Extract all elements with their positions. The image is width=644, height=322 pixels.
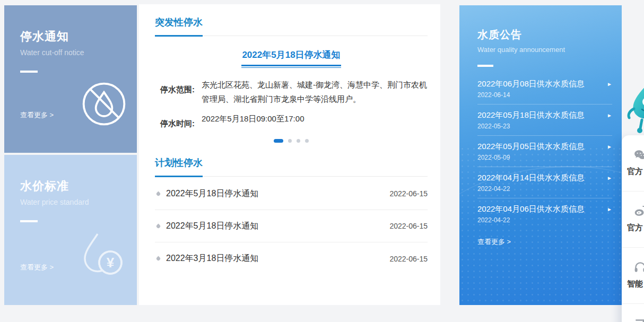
notice-fields: 停水范围: 东光北区花苑、龙山新薯、城建-御龙湾、海慧中学、荆门市农机管理局、湖… xyxy=(155,77,428,130)
smart-service-item[interactable]: 智能 xyxy=(622,248,644,304)
list-item-title: 2022年3月18日停水通知 xyxy=(166,253,389,264)
carousel-pagination xyxy=(155,139,428,143)
arrow-right-icon: ► xyxy=(607,81,612,87)
sudden-outage-section-title: 突发性停水 xyxy=(155,16,428,29)
list-item[interactable]: 2022年3月18日停水通知 2022-06-15 xyxy=(155,242,428,275)
outage-time-field: 停水时间: 2022年5月18日09:00至17:00 xyxy=(155,111,428,130)
list-item-title: 2022年04月06日供水水质信息 xyxy=(477,204,585,214)
outage-scope-field: 停水范围: 东光北区花苑、龙山新薯、城建-御龙湾、海慧中学、荆门市农机管理局、湖… xyxy=(155,77,428,106)
list-item-title: 2022年06月08日供水水质信息 xyxy=(477,79,585,89)
list-item-title: 2022年5月18日停水通知 xyxy=(166,221,389,232)
list-item-date: 2022-04-22 xyxy=(477,216,612,224)
water-quality-panel: 水质公告 Water quality announcement 2022年06月… xyxy=(459,5,622,305)
field-value: 东光北区花苑、龙山新薯、城建-御龙湾、海慧中学、荆门市农机管理局、湖北省荆门市龙… xyxy=(202,77,428,106)
quality-panel-title: 水质公告 xyxy=(477,28,622,42)
pagination-dot-3[interactable] xyxy=(297,139,300,143)
wechat-icon xyxy=(633,148,644,162)
list-item-title: 2022年5月18日停水通知 xyxy=(166,188,389,199)
notice-title-underline xyxy=(241,65,341,68)
water-drop-mascot xyxy=(626,80,644,142)
list-item-date: 2022-05-09 xyxy=(477,154,612,161)
outage-notice-title-link[interactable]: 2022年5月18日停水通知 xyxy=(155,49,428,61)
list-item-title: 2022年05月05日供水水质信息 xyxy=(477,142,585,152)
list-item[interactable]: 2022年06月08日供水水质信息 ► 2022-06-14 xyxy=(477,73,612,105)
weibo-icon xyxy=(633,204,644,218)
no-water-icon xyxy=(80,80,128,130)
planned-outage-section-title: 计划性停水 xyxy=(155,156,428,169)
arrow-right-icon: ► xyxy=(607,144,612,150)
water-price-icon: ¥ xyxy=(75,228,128,283)
quality-panel-subtitle: Water quality announcement xyxy=(477,46,622,54)
section-divider xyxy=(155,176,428,177)
list-item-date: 2022-06-15 xyxy=(389,255,428,263)
water-price-promo-card[interactable]: 水价标准 Water price standard 查看更多 > ¥ xyxy=(4,155,137,305)
field-value: 2022年5月18日09:00至17:00 xyxy=(202,111,428,130)
service-item-label: 官方 xyxy=(627,223,644,233)
list-item-title: 2022年05月18日供水水质信息 xyxy=(477,110,585,120)
official-weibo-item[interactable]: 官方 xyxy=(622,192,644,248)
service-item-label: 智能 xyxy=(627,279,644,289)
drop-bullet-icon xyxy=(156,191,161,196)
list-item[interactable]: 2022年04月06日供水水质信息 ► 2022-04-22 xyxy=(477,198,612,229)
arrow-right-icon: ► xyxy=(607,112,612,118)
headset-icon xyxy=(633,260,644,274)
list-item-date: 2022-05-23 xyxy=(477,123,612,130)
pagination-dot-1[interactable] xyxy=(274,139,283,143)
list-item-date: 2022-06-15 xyxy=(389,189,428,198)
list-item[interactable]: 2022年5月18日停水通知 2022-06-15 xyxy=(155,210,428,242)
view-more-link[interactable]: 查看更多 > xyxy=(20,263,54,272)
view-more-link[interactable]: 查看更多 > xyxy=(20,110,54,120)
official-wechat-item[interactable]: 官方 xyxy=(622,135,644,192)
arrow-right-icon: ► xyxy=(607,206,612,212)
list-item[interactable]: 2022年05月18日供水水质信息 ► 2022-05-23 xyxy=(477,105,612,136)
field-label: 停水时间: xyxy=(160,116,190,130)
field-label: 停水范围: xyxy=(160,82,190,106)
outage-main-card: 突发性停水 2022年5月18日停水通知 停水范围: 东光北区花苑、龙山新薯、城… xyxy=(139,4,440,305)
service-item-partial[interactable] xyxy=(622,304,644,322)
list-item-title: 2022年04月14日供水水质信息 xyxy=(477,173,585,183)
pagination-dot-2[interactable] xyxy=(288,139,292,143)
floating-service-widget: 官方 官方 智能 xyxy=(622,135,644,322)
drop-bullet-icon xyxy=(156,223,161,229)
view-more-link[interactable]: 查看更多 > xyxy=(477,237,622,247)
planned-outage-list: 2022年5月18日停水通知 2022-06-15 2022年5月18日停水通知… xyxy=(155,178,428,275)
list-item-date: 2022-06-14 xyxy=(477,91,612,99)
list-item[interactable]: 2022年04月14日供水水质信息 ► 2022-04-22 xyxy=(477,167,612,198)
service-item-label: 官方 xyxy=(627,167,644,177)
divider xyxy=(477,65,493,67)
pagination-dot-4[interactable] xyxy=(305,139,309,143)
promo-subtitle: Water cut-off notice xyxy=(20,48,137,57)
divider xyxy=(20,220,38,222)
page: 停水通知 Water cut-off notice 查看更多 > 水价标准 Wa… xyxy=(0,0,644,322)
list-item[interactable]: 2022年05月05日供水水质信息 ► 2022-05-09 xyxy=(477,136,612,167)
section-divider xyxy=(155,36,428,36)
list-item-date: 2022-04-22 xyxy=(477,185,612,193)
promo-title: 停水通知 xyxy=(20,29,137,45)
divider xyxy=(20,71,38,73)
quality-list: 2022年06月08日供水水质信息 ► 2022-06-14 2022年05月1… xyxy=(477,73,612,229)
list-item-date: 2022-06-15 xyxy=(389,222,428,230)
list-item[interactable]: 2022年5月18日停水通知 2022-06-15 xyxy=(155,178,428,210)
svg-text:¥: ¥ xyxy=(107,255,115,271)
water-cutoff-promo-card[interactable]: 停水通知 Water cut-off notice 查看更多 > xyxy=(4,5,137,153)
promo-title: 水价标准 xyxy=(20,178,137,194)
promo-subtitle: Water price standard xyxy=(20,198,137,206)
drop-bullet-icon xyxy=(156,256,161,262)
partial-service-icon xyxy=(633,317,644,322)
arrow-right-icon: ► xyxy=(607,175,612,181)
